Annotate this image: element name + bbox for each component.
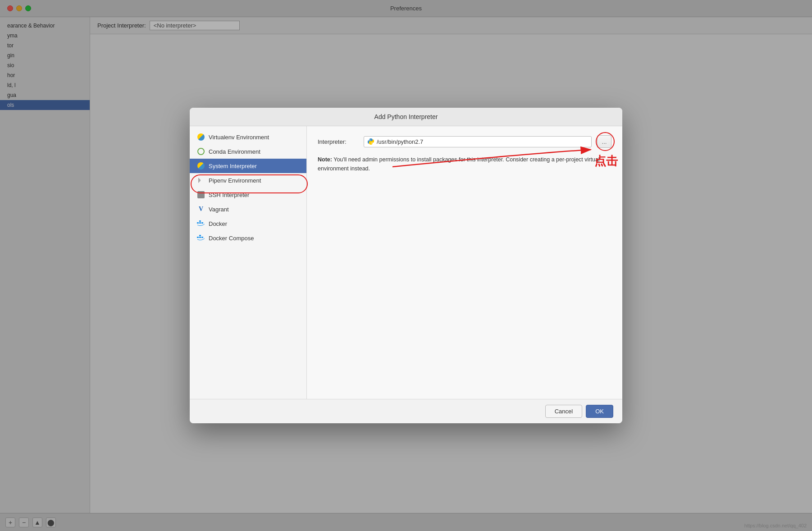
sidebar-item-docker-compose-label: Docker Compose (209, 235, 254, 242)
system-icon (197, 162, 205, 170)
interpreter-path: /usr/bin/python2.7 (377, 138, 423, 145)
modal-body: Virtualenv Environment Conda Environment… (190, 126, 622, 399)
note-bold: Note: (318, 156, 332, 163)
sidebar-item-conda-label: Conda Environment (209, 148, 260, 155)
conda-icon (197, 147, 205, 156)
sidebar-item-virtualenv-label: Virtualenv Environment (209, 134, 269, 141)
sidebar-item-conda[interactable]: Conda Environment (190, 144, 306, 159)
note-body: You'll need admin permissions to install… (318, 156, 600, 172)
sidebar-item-docker-label: Docker (209, 220, 227, 227)
sidebar-item-docker-compose[interactable]: Docker Compose (190, 231, 306, 245)
sidebar-item-vagrant-label: Vagrant (209, 206, 229, 213)
modal-sidebar: Virtualenv Environment Conda Environment… (190, 126, 307, 399)
sidebar-item-virtualenv[interactable]: Virtualenv Environment (190, 130, 306, 144)
modal-footer: Cancel OK (190, 399, 622, 423)
modal-content: Interpreter: /usr/bin/python2.7 ... (307, 126, 622, 399)
sidebar-item-system-label: System Interpreter (209, 163, 257, 169)
ok-button[interactable]: OK (586, 405, 613, 418)
interpreter-field: /usr/bin/python2.7 (364, 136, 592, 147)
virtualenv-icon (197, 133, 205, 141)
sidebar-item-pipenv-label: Pipenv Environment (209, 177, 261, 184)
sidebar-item-vagrant[interactable]: V Vagrant (190, 202, 306, 216)
python-snake-icon (368, 138, 374, 145)
pipenv-icon (197, 176, 205, 184)
note-text: Note: You'll need admin permissions to i… (318, 155, 611, 173)
svg-rect-1 (199, 222, 201, 224)
svg-rect-2 (199, 220, 201, 222)
sidebar-item-system[interactable]: System Interpreter (190, 159, 306, 173)
svg-rect-4 (197, 237, 199, 238)
sidebar-item-ssh[interactable]: SSH Interpreter (190, 188, 306, 202)
ssh-icon (197, 191, 205, 199)
sidebar-item-docker[interactable]: Docker (190, 216, 306, 231)
docker-compose-icon (197, 234, 205, 242)
sidebar-item-ssh-label: SSH Interpreter (209, 192, 249, 198)
svg-rect-7 (201, 237, 203, 238)
modal-title-bar: Add Python Interpreter (190, 108, 622, 126)
interpreter-field-label: Interpreter: (318, 138, 358, 145)
interpreter-row: Interpreter: /usr/bin/python2.7 ... (318, 135, 611, 148)
add-python-interpreter-dialog: Add Python Interpreter Virtualenv Enviro… (190, 108, 622, 423)
vagrant-icon: V (197, 205, 205, 213)
modal-overlay: Add Python Interpreter Virtualenv Enviro… (0, 0, 812, 531)
svg-rect-3 (201, 222, 203, 224)
svg-rect-0 (197, 222, 199, 224)
cancel-button[interactable]: Cancel (545, 405, 582, 418)
sidebar-item-pipenv[interactable]: Pipenv Environment (190, 173, 306, 188)
svg-rect-5 (199, 237, 201, 238)
docker-icon (197, 220, 205, 228)
modal-title: Add Python Interpreter (374, 113, 438, 120)
browse-button[interactable]: ... (597, 135, 611, 148)
svg-point-8 (370, 139, 370, 140)
svg-point-9 (372, 143, 373, 144)
svg-rect-6 (199, 235, 201, 236)
